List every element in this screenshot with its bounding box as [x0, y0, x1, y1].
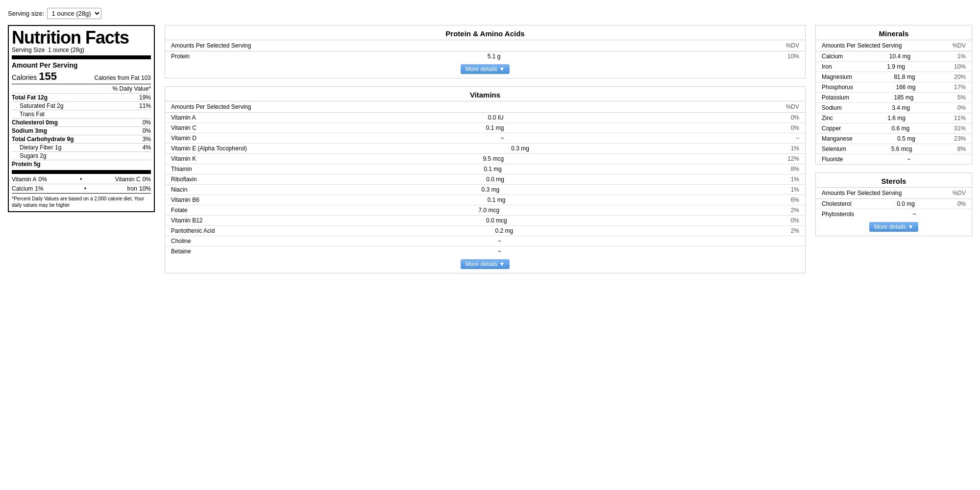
nf-nutrient-row: Protein 5g: [12, 160, 151, 168]
pd-amount: 9.5 mcg: [474, 155, 504, 162]
nf-nutrient-label: Trans Fat: [12, 111, 45, 118]
sterols-header: Amounts Per Selected Serving %DV: [816, 188, 972, 199]
nf-daily-value-header: % Daily Value*: [12, 85, 151, 92]
pd-amount: 166 mg: [886, 84, 916, 91]
nf-nutrient-value: 0%: [143, 127, 151, 134]
panel-data-row: Choline ~: [165, 236, 805, 246]
panel-data-row: Phosphorus 166 mg 17%: [816, 82, 972, 92]
pd-name: Selenium: [822, 146, 846, 152]
nf-nutrient-row: Dietary Fiber 1g4%: [12, 143, 151, 151]
sterols-panel-title: Sterols: [816, 173, 972, 188]
pd-name: Vitamin E (Alpha Tocopherol): [171, 145, 247, 152]
calories-label: Calories: [12, 74, 37, 81]
pd-name: Choline: [171, 238, 191, 245]
vitamins-panel: Vitamins Amounts Per Selected Serving %D…: [165, 86, 806, 273]
pd-amount: 0.1 mg: [474, 124, 504, 131]
nf-amount-per-serving: Amount Per Serving: [12, 61, 151, 69]
iron-label: Iron: [127, 185, 137, 192]
protein-more-details-button[interactable]: More details ▼: [461, 64, 510, 74]
nf-thin-bar-footnote: [12, 193, 151, 194]
pd-dv: 0%: [949, 104, 966, 111]
pd-dv: [782, 238, 799, 245]
panel-data-row: Iron 1.9 mg 10%: [816, 61, 972, 72]
nf-vitamins-container: Vitamin A 0% • Vitamin C 0% Calcium 1% •…: [12, 176, 151, 192]
panel-data-row: Vitamin B12 0.0 mcg 0%: [165, 215, 805, 225]
pd-dv: [782, 248, 799, 255]
nf-nutrient-value: 3%: [143, 136, 151, 143]
panel-data-row: Vitamin E (Alpha Tocopherol) 0.3 mg 1%: [165, 143, 805, 153]
nf-thick-bar-top: [12, 55, 151, 59]
panel-data-row: Thiamin 0.1 mg 8%: [165, 164, 805, 174]
pd-amount: 0.5 mg: [886, 135, 915, 142]
pd-name: Vitamin D: [171, 135, 196, 142]
pd-dv: 0%: [782, 217, 799, 224]
nf-nutrients-container: Total Fat 12g19%Saturated Fat 2g11%Trans…: [12, 93, 151, 168]
calcium-value: 1%: [35, 185, 43, 192]
pd-dv: 1%: [949, 53, 966, 60]
minerals-panel: Minerals Amounts Per Selected Serving %D…: [815, 25, 972, 165]
pd-name: Iron: [822, 63, 832, 70]
pd-dv: 0%: [782, 124, 799, 131]
vitamins-more-details-button[interactable]: More details ▼: [461, 259, 510, 269]
panel-data-row: Riboflavin 0.0 mg 1%: [165, 174, 805, 184]
pd-dv: 11%: [949, 115, 966, 122]
pd-amount: 0.0 mcg: [478, 217, 507, 224]
nf-nutrient-label: Cholesterol 0mg: [12, 119, 58, 126]
pd-name: Thiamin: [171, 166, 192, 172]
panel-data-row: Betaine ~: [165, 246, 805, 256]
calcium-label: Calcium: [12, 185, 33, 192]
pd-name: Vitamin B6: [171, 196, 199, 203]
panel-data-row: Fluoride ~: [816, 154, 972, 164]
pd-dv: 1%: [782, 176, 799, 183]
protein-panel: Protein & Amino Acids Amounts Per Select…: [165, 25, 806, 78]
middle-panels: Protein & Amino Acids Amounts Per Select…: [165, 25, 806, 273]
pd-name: Vitamin K: [171, 155, 196, 162]
panel-data-row: Manganese 0.5 mg 23%: [816, 133, 972, 144]
pd-dv: 23%: [949, 135, 966, 142]
nf-nutrient-value: 19%: [139, 94, 151, 101]
nf-nutrient-row: Saturated Fat 2g11%: [12, 101, 151, 110]
minerals-rows: Calcium 10.4 mg 1% Iron 1.9 mg 10% Magne…: [816, 51, 972, 164]
vit-c-value: 0%: [143, 176, 151, 183]
sterols-panel: Sterols Amounts Per Selected Serving %DV…: [815, 172, 972, 236]
pd-dv: 0%: [782, 114, 799, 121]
vitamins-panel-title: Vitamins: [165, 87, 805, 101]
pd-name: Manganese: [822, 135, 853, 142]
pd-amount: 1.9 mg: [876, 63, 905, 70]
pd-dv: 31%: [949, 125, 966, 132]
nf-footnote: *Percent Daily Values are based on a 2,0…: [12, 196, 151, 208]
pd-dv: 10%: [782, 53, 799, 60]
pd-dv: 20%: [949, 74, 966, 80]
nutrition-facts-panel: Nutrition Facts Serving Size 1 ounce (28…: [8, 25, 155, 212]
pd-amount: 0.0 mg: [475, 176, 504, 183]
pd-dv: 5%: [949, 94, 966, 101]
nf-nutrient-value: 4%: [143, 144, 151, 151]
pd-name: Calcium: [822, 53, 843, 60]
nf-nutrient-label: Total Carbohydrate 9g: [12, 136, 74, 143]
vitamins-rows: Vitamin A 0.0 IU 0% Vitamin C 0.1 mg 0% …: [165, 113, 805, 256]
pd-amount: 81.8 mg: [886, 74, 915, 80]
pd-amount: ~: [881, 156, 910, 163]
pd-amount: 0.1 mg: [472, 166, 502, 172]
pd-dv: 2%: [782, 207, 799, 214]
pd-dv: [949, 211, 966, 218]
vitamins-header: Amounts Per Selected Serving %DV: [165, 101, 805, 113]
serving-size-select[interactable]: 1 ounce (28g): [47, 8, 101, 19]
pd-dv: 8%: [949, 146, 966, 152]
calories-value: 155: [39, 70, 57, 82]
panel-data-row: Cholesterol 0.0 mg 0%: [816, 199, 972, 209]
pd-amount: 185 mg: [884, 94, 914, 101]
serving-size-label: Serving size:: [8, 10, 44, 17]
panel-data-row: Phytosterols ~: [816, 209, 972, 219]
pd-amount: 0.3 mg: [500, 145, 529, 152]
panel-data-row: Protein 5.1 g 10%: [165, 51, 805, 61]
pd-name: Protein: [171, 53, 190, 60]
pd-amount: 7.0 mcg: [470, 207, 499, 214]
nf-nutrient-label: Dietary Fiber 1g: [12, 144, 61, 151]
minerals-panel-title: Minerals: [816, 25, 972, 40]
sterols-more-details-button[interactable]: More details ▼: [869, 222, 919, 232]
pd-amount: 0.2 mg: [484, 227, 513, 234]
nf-thin-bar-1: [12, 84, 151, 84]
panel-data-row: Vitamin K 9.5 mcg 12%: [165, 153, 805, 164]
nf-nutrient-row: Cholesterol 0mg0%: [12, 118, 151, 126]
